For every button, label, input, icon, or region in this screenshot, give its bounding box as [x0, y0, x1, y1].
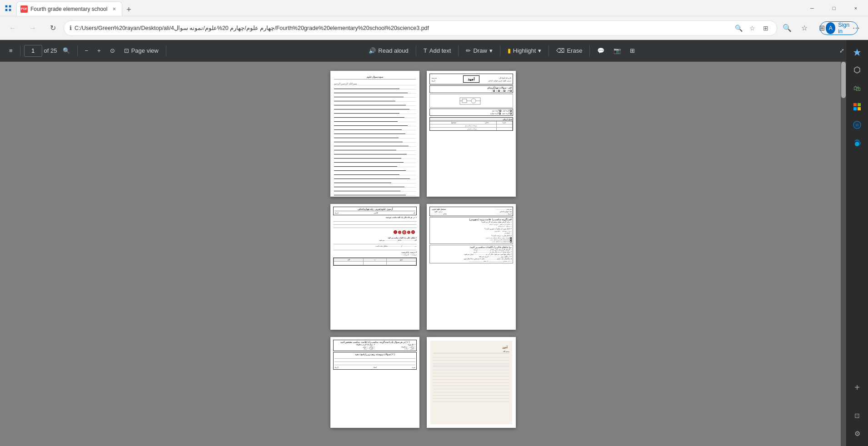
- favorites-button[interactable]: ☆: [796, 20, 813, 36]
- toolbar-separator-6: [500, 45, 500, 56]
- snapshot-button[interactable]: 📷: [610, 44, 624, 58]
- office-panel-icon[interactable]: [848, 98, 866, 115]
- collections-url-button[interactable]: ⊞: [760, 23, 771, 34]
- search-pdf-button[interactable]: 🔍: [59, 44, 74, 58]
- draw-button[interactable]: ✏ Draw ▾: [462, 44, 496, 58]
- pdf-page-1[interactable]: نمونه سوال علوم بسم الله الرحمن الرحیم: [330, 71, 419, 197]
- pdf-toolbar: ≡ of 25 🔍 − + ⊙ ⊡ Page view 🔊 Read aloud…: [0, 40, 868, 62]
- vertical-scrollbar[interactable]: [841, 62, 846, 446]
- edge-panel-icon[interactable]: [848, 134, 866, 152]
- toolbar-separator-5: [458, 45, 459, 56]
- close-button[interactable]: ×: [845, 0, 866, 16]
- add-text-icon: T: [424, 47, 427, 54]
- zoom-out-button[interactable]: −: [81, 44, 92, 58]
- snapshot-icon: 📷: [614, 47, 621, 54]
- more-options-button[interactable]: ⋯: [848, 20, 864, 36]
- page-5-content: ( ۱ ) در هر سوال یک یا چند گزینه مناسب ر…: [330, 337, 419, 428]
- browser-icon: [0, 0, 16, 16]
- toolbar-separator-1: [20, 45, 20, 56]
- page-6-content: امید بسم الله: [427, 337, 516, 428]
- pdf-content[interactable]: نمونه سوال علوم بسم الله الرحمن الرحیم: [0, 62, 846, 446]
- highlight-button[interactable]: ▮ Highlight ▾: [504, 44, 545, 58]
- add-text-button[interactable]: T Add text: [420, 44, 455, 58]
- svg-rect-12: [853, 107, 857, 110]
- pdf-page-5[interactable]: ( ۱ ) در هر سوال یک یا چند گزینه مناسب ر…: [330, 337, 419, 428]
- more-tools-icon: ⊞: [630, 47, 635, 54]
- read-aloud-icon: 🔊: [369, 47, 376, 54]
- erase-button[interactable]: ⌫ Erase: [553, 44, 586, 58]
- toolbar-separator-8: [589, 45, 590, 56]
- panel-resize-icon[interactable]: ⊡: [848, 407, 866, 424]
- page-navigation: of 25: [24, 45, 57, 57]
- zoom-in-icon: +: [97, 47, 101, 54]
- add-panel-icon[interactable]: +: [848, 379, 866, 396]
- browser-actions: 🔍 ☆ ⊞ A Sign in ⋯: [779, 20, 864, 36]
- pdf-page-3[interactable]: آزمون علوم تجربی - پایه چهارم ابتدایی نا…: [330, 204, 419, 330]
- page-number-input[interactable]: [24, 45, 42, 57]
- fullscreen-icon: ⤢: [839, 47, 844, 54]
- svg-rect-10: [853, 103, 857, 106]
- tabs-area: PDF Fourth grade elementary school × +: [16, 0, 802, 16]
- page-1-content: نمونه سوال علوم بسم الله الرحمن الرحیم: [330, 71, 419, 197]
- minimize-button[interactable]: ─: [802, 0, 823, 16]
- svg-rect-0: [462, 99, 467, 103]
- comment-icon: 💬: [597, 47, 604, 54]
- window-controls: ─ □ ×: [802, 0, 866, 16]
- copilot-panel-icon[interactable]: [848, 44, 866, 61]
- comment-button[interactable]: 💬: [594, 44, 608, 58]
- draw-icon: ✏: [466, 47, 471, 54]
- new-tab-button[interactable]: +: [122, 3, 135, 16]
- refresh-button[interactable]: ↻: [44, 20, 62, 36]
- tab-favicon: PDF: [20, 5, 28, 13]
- active-tab[interactable]: PDF Fourth grade elementary school ×: [16, 1, 122, 16]
- favorites-url-button[interactable]: ☆: [747, 23, 758, 34]
- panel-settings-icon[interactable]: ⚙: [848, 425, 866, 442]
- toolbar-separator-4: [416, 45, 416, 56]
- maximize-button[interactable]: □: [823, 0, 844, 16]
- pdf-row-3: ( ۱ ) در هر سوال یک یا چند گزینه مناسب ر…: [330, 337, 516, 428]
- svg-rect-13: [858, 107, 861, 110]
- address-bar: ← → ↻ ℹ C:/Users/Green%20rayan/Desktop/a…: [0, 16, 868, 40]
- search-url-button[interactable]: 🔍: [733, 23, 744, 34]
- url-actions: 🔍 ☆ ⊞: [733, 23, 771, 34]
- pdf-page-6[interactable]: امید بسم الله: [427, 337, 516, 428]
- back-button[interactable]: ←: [4, 20, 22, 36]
- url-text: C:/Users/Green%20rayan/Desktop/ali/4چهار…: [75, 25, 730, 31]
- pdf-page-2[interactable]: نام و نام خانوادگی: درس: علوم تجربی چهار…: [427, 71, 516, 197]
- page-view-button[interactable]: ⊡ Page view: [120, 44, 162, 58]
- highlight-icon: ▮: [508, 47, 511, 54]
- page-3-content: آزمون علوم تجربی - پایه چهارم ابتدایی نا…: [330, 204, 419, 330]
- toolbar-separator-3: [166, 45, 166, 56]
- toolbar-separator-7: [549, 45, 549, 56]
- draw-dropdown-icon: ▾: [489, 47, 493, 54]
- read-aloud-button[interactable]: 🔊 Read aloud: [365, 44, 412, 58]
- zoom-in-button[interactable]: +: [94, 44, 105, 58]
- more-tools-button[interactable]: ⊞: [626, 44, 639, 58]
- lock-icon: ℹ: [70, 25, 72, 31]
- pdf-page-4[interactable]: مدرسه: .................... پایه: چهارم …: [427, 204, 516, 330]
- svg-point-3: [471, 99, 476, 103]
- outlook-panel-icon[interactable]: O: [848, 116, 866, 134]
- pdf-row-2: آزمون علوم تجربی - پایه چهارم ابتدایی نا…: [330, 204, 516, 330]
- profile-avatar: A: [826, 22, 835, 34]
- page-total: of 25: [44, 47, 57, 54]
- right-panel: 🛍 O + ⊡ ⚙: [846, 40, 868, 446]
- toolbar-separator-2: [77, 45, 78, 56]
- svg-text:O: O: [856, 123, 858, 127]
- page-2-content: نام و نام خانوادگی: درس: علوم تجربی چهار…: [427, 71, 516, 197]
- pdf-menu-button[interactable]: ≡: [5, 44, 16, 58]
- forward-button[interactable]: →: [24, 20, 42, 36]
- search-icon: 🔍: [63, 47, 70, 54]
- tab-title: Fourth grade elementary school: [30, 6, 107, 12]
- shopping-panel-icon[interactable]: 🛍: [848, 80, 866, 97]
- extensions-panel-icon[interactable]: [848, 62, 866, 79]
- fit-icon: ⊙: [110, 47, 115, 54]
- search-action-button[interactable]: 🔍: [779, 20, 795, 36]
- url-bar[interactable]: ℹ C:/Users/Green%20rayan/Desktop/ali/4چه…: [64, 20, 777, 36]
- page-view-icon: ⊡: [124, 47, 129, 54]
- scrollbar-thumb[interactable]: [841, 62, 846, 98]
- tab-close-button[interactable]: ×: [110, 5, 118, 13]
- profile-button[interactable]: A Sign in: [831, 20, 847, 36]
- title-bar: PDF Fourth grade elementary school × + ─…: [0, 0, 868, 16]
- fit-button[interactable]: ⊙: [106, 44, 119, 58]
